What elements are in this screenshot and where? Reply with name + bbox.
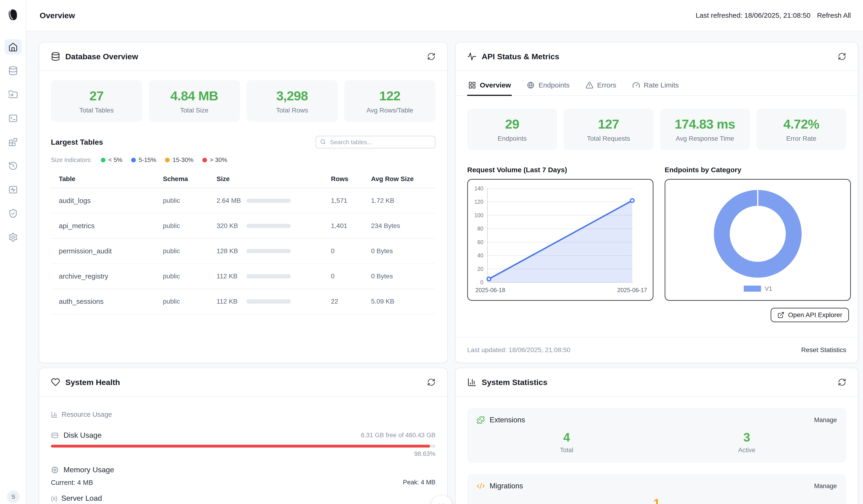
bar-chart-icon xyxy=(51,411,58,418)
endpoints-by-category-title: Endpoints by Category xyxy=(665,166,851,174)
chevrons-down-icon xyxy=(437,502,446,504)
refresh-icon[interactable] xyxy=(427,378,436,387)
sidebar-item-monitoring[interactable] xyxy=(4,182,22,198)
disk-usage-pct: 98.63% xyxy=(51,450,436,457)
stat-avg-response: 174.83 ms Avg Response Time xyxy=(660,109,750,150)
manage-migrations-link[interactable]: Manage xyxy=(814,482,837,490)
system-health-card: System Health Resource Usage Disk Usage … xyxy=(39,368,448,504)
svg-text:2025-06-18: 2025-06-18 xyxy=(475,287,505,293)
reset-statistics-button[interactable]: Reset Statistics xyxy=(801,346,846,354)
hard-drive-icon xyxy=(51,431,59,439)
sidebar-item-extensions[interactable] xyxy=(4,135,22,150)
api-status-card: API Status & Metrics Overview Endpoints … xyxy=(455,42,858,363)
top-header: Overview Last refreshed: 18/06/2025, 21:… xyxy=(26,0,863,31)
extensions-active: 3 Active xyxy=(657,430,837,454)
terminal-icon xyxy=(8,113,18,123)
tab-rate-limits[interactable]: Rate Limits xyxy=(631,77,680,96)
tab-endpoints[interactable]: Endpoints xyxy=(526,77,570,96)
code-icon xyxy=(477,482,485,490)
size-bar xyxy=(247,224,291,228)
sidebar-item-settings[interactable] xyxy=(4,230,22,245)
function-icon: (x) xyxy=(51,495,57,502)
refresh-all-button[interactable]: Refresh All xyxy=(817,11,851,20)
shield-check-icon xyxy=(8,209,18,218)
page-title: Overview xyxy=(40,11,75,20)
stat-avg-rows: 122 Avg Rows/Table xyxy=(344,80,436,122)
svg-text:40: 40 xyxy=(477,252,483,259)
history-icon xyxy=(8,161,18,171)
size-indicators-legend: Size indicators: < 5% 5-15% 15-30% > 30% xyxy=(51,156,436,164)
open-api-explorer-button[interactable]: Open API Explorer xyxy=(771,308,849,322)
size-bar xyxy=(247,249,291,253)
resource-usage-label: Resource Usage xyxy=(51,411,436,418)
legend-15-30: 15-30% xyxy=(165,156,193,164)
svg-text:140: 140 xyxy=(474,186,483,191)
api-card-footer: Last updated: 18/06/2025, 21:08:50 Reset… xyxy=(455,337,858,363)
heart-icon xyxy=(51,378,60,387)
orange-dot-icon xyxy=(165,158,170,162)
last-refreshed-text: Last refreshed: 18/06/2025, 21:08:50 xyxy=(696,11,811,20)
stat-error-rate: 4.72% Error Rate xyxy=(756,109,846,150)
table-row[interactable]: permission_auditpublic 128 KB 00 Bytes xyxy=(51,239,436,264)
request-volume-section: Request Volume (Last 7 Days) 02040608010… xyxy=(467,166,653,301)
sidebar-item-history[interactable] xyxy=(4,158,22,174)
card-title: Database Overview xyxy=(65,52,138,61)
svg-text:20: 20 xyxy=(477,266,483,272)
db-stats-row: 27 Total Tables 4.84 MB Total Size 3,298… xyxy=(51,80,436,122)
endpoints-category-chart: V1 xyxy=(665,179,851,301)
sidebar-item-sql-terminal[interactable] xyxy=(4,111,22,126)
home-icon xyxy=(8,42,18,52)
database-overview-card: Database Overview 27 Total Tables 4.84 M… xyxy=(39,42,448,363)
table-row[interactable]: archive_registrypublic 112 KB 00 Bytes xyxy=(51,264,436,289)
memory-peak: Peak: 4 MB xyxy=(403,479,436,487)
app-logo-icon xyxy=(8,9,19,21)
globe-icon xyxy=(527,81,535,89)
tab-overview[interactable]: Overview xyxy=(467,77,512,96)
stat-total-size: 4.84 MB Total Size xyxy=(149,80,240,122)
user-avatar[interactable]: S xyxy=(7,490,20,503)
gear-icon xyxy=(8,232,18,242)
sidebar-item-security[interactable] xyxy=(4,206,22,221)
sidebar: S xyxy=(0,0,26,504)
svg-text:120: 120 xyxy=(474,199,483,205)
largest-tables-title: Largest Tables xyxy=(51,138,103,147)
svg-text:80: 80 xyxy=(477,226,483,232)
folder-import-icon xyxy=(8,90,18,99)
extensions-total: 4 Total xyxy=(477,430,657,454)
puzzle-icon xyxy=(477,416,485,424)
refresh-icon[interactable] xyxy=(838,378,846,387)
largest-tables-table: TableSchema SizeRows Avg Row Size audit_… xyxy=(51,170,436,314)
database-overview-header: Database Overview xyxy=(39,42,447,71)
migrations-panel: Migrations Manage 1 xyxy=(467,474,846,504)
database-icon xyxy=(51,52,60,61)
layout-grid-icon xyxy=(468,81,476,89)
green-dot-icon xyxy=(101,158,105,162)
tab-errors[interactable]: Errors xyxy=(585,77,617,96)
search-icon xyxy=(320,139,326,145)
refresh-icon[interactable] xyxy=(838,52,846,61)
table-row[interactable]: audit_logspublic 2.64 MB 1,5711.72 KB xyxy=(51,188,436,214)
legend-gt30: > 30% xyxy=(202,156,227,164)
sidebar-item-home[interactable] xyxy=(4,39,22,54)
sidebar-item-import[interactable] xyxy=(4,87,22,102)
table-row[interactable]: auth_sessionspublic 112 KB 225.09 KB xyxy=(51,289,436,314)
legend-lt5: < 5% xyxy=(101,156,122,164)
manage-extensions-link[interactable]: Manage xyxy=(814,416,837,424)
activity-pulse-icon xyxy=(467,52,477,61)
search-tables-input[interactable] xyxy=(315,136,436,148)
memory-values-row: Current: 4 MB Peak: 4 MB xyxy=(51,479,436,487)
api-tabs: Overview Endpoints Errors Rate Limits xyxy=(455,77,858,96)
size-bar xyxy=(247,274,291,278)
stat-total-requests: 127 Total Requests xyxy=(564,109,653,150)
refresh-icon[interactable] xyxy=(427,52,436,61)
sidebar-item-database[interactable] xyxy=(4,63,22,78)
size-bar xyxy=(247,299,291,304)
endpoints-category-section: Endpoints by Category V1 xyxy=(665,166,851,301)
request-volume-title: Request Volume (Last 7 Days) xyxy=(467,166,653,174)
table-header-row: TableSchema SizeRows Avg Row Size xyxy=(51,170,436,188)
card-title: System Statistics xyxy=(482,378,548,387)
legend-5-15: 5-15% xyxy=(131,156,156,164)
table-row[interactable]: api_metricspublic 320 KB 1,401234 Bytes xyxy=(51,214,436,239)
memory-usage-row: Memory Usage xyxy=(51,466,436,474)
memory-current: Current: 4 MB xyxy=(51,479,93,487)
